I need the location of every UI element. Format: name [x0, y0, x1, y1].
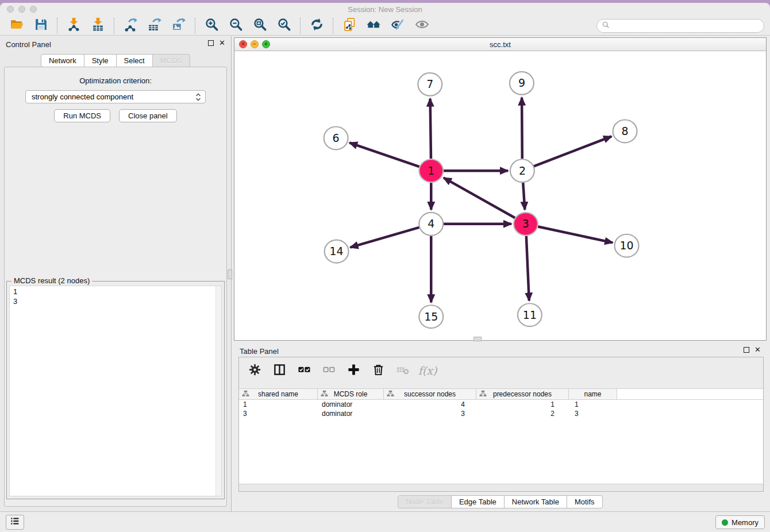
run-mcds-button[interactable]: Run MCDS	[54, 109, 110, 122]
check-all-button[interactable]	[297, 363, 311, 378]
eye-button[interactable]	[413, 17, 430, 34]
split-columns-icon	[273, 363, 286, 379]
close-window-button[interactable]	[7, 6, 14, 13]
node-3[interactable]: 3	[514, 213, 538, 236]
table-tab-motifs[interactable]: Motifs	[567, 495, 603, 508]
zoom-check-button[interactable]	[275, 17, 292, 34]
tab-select[interactable]: Select	[116, 54, 153, 67]
task-history-button[interactable]	[6, 515, 24, 530]
column-header-shared-name[interactable]: shared name	[239, 389, 318, 400]
table-row[interactable]: 1dominator411	[239, 400, 763, 409]
column-header-mcds-role[interactable]: MCDS role	[318, 389, 384, 400]
window-controls[interactable]	[7, 6, 37, 13]
floppy-save-button[interactable]	[32, 17, 49, 34]
edge-3-11[interactable]	[526, 236, 529, 301]
refresh-button[interactable]	[308, 17, 325, 34]
copy-network-button[interactable]	[341, 17, 358, 34]
zoom-out-button[interactable]	[227, 17, 244, 34]
search-box[interactable]	[596, 19, 764, 33]
network-close-button[interactable]: ✕	[239, 40, 247, 48]
plus-button[interactable]	[346, 363, 361, 378]
tab-mcds[interactable]: MCDS	[152, 54, 190, 67]
result-scrollbar[interactable]	[215, 286, 221, 496]
edge-1-6[interactable]	[349, 142, 419, 167]
tab-network[interactable]: Network	[41, 54, 84, 67]
search-input[interactable]	[613, 22, 759, 30]
network-canvas[interactable]: 7968124314101511	[234, 51, 766, 340]
uncheck-all-button[interactable]	[321, 363, 336, 378]
close-panel-icon[interactable]: ✕	[219, 40, 225, 47]
folder-open-button[interactable]	[8, 17, 25, 34]
node-8[interactable]: 8	[613, 120, 637, 143]
edge-2-9[interactable]	[522, 98, 522, 159]
tree-icon	[321, 390, 328, 399]
svg-text:7: 7	[426, 78, 433, 90]
column-header-name[interactable]: name	[569, 389, 617, 400]
window-title: Session: New Session	[348, 5, 422, 14]
table-panel-title: Table Panel	[240, 347, 279, 356]
node-1[interactable]: 1	[419, 159, 443, 182]
criterion-dropdown[interactable]: strongly connected component	[25, 90, 206, 103]
column-header-predecessor-nodes[interactable]: predecessor nodes	[476, 389, 569, 400]
table-cell: dominator	[318, 409, 384, 418]
mcds-result-area[interactable]: 13	[9, 286, 222, 496]
node-9[interactable]: 9	[510, 72, 534, 95]
control-panel-tabs: NetworkStyleSelectMCDS	[0, 54, 231, 67]
node-15[interactable]: 15	[419, 305, 443, 328]
network-view-window: ✕ − + scc.txt 7968124314101511	[234, 37, 767, 341]
gear-button[interactable]	[247, 363, 262, 378]
zoom-fit-button[interactable]	[251, 17, 268, 34]
edge-3-1[interactable]	[444, 178, 515, 218]
edge-2-3[interactable]	[523, 183, 525, 210]
toolbar-separator	[195, 18, 195, 34]
edge-1-7[interactable]	[430, 99, 431, 159]
import-network-button[interactable]	[65, 17, 82, 34]
edge-2-8[interactable]	[533, 136, 611, 166]
table-cell: 3	[384, 409, 476, 418]
export-image-icon	[172, 17, 186, 34]
svg-text:4: 4	[428, 217, 434, 230]
table-tab-network-table[interactable]: Network Table	[504, 495, 567, 508]
minimize-window-button[interactable]	[18, 6, 25, 13]
node-14[interactable]: 14	[325, 240, 349, 263]
edge-4-14[interactable]	[351, 228, 420, 248]
memory-button[interactable]: Memory	[715, 515, 765, 529]
network-minimize-button[interactable]: −	[251, 40, 259, 48]
tab-style[interactable]: Style	[84, 54, 117, 67]
edge-3-10[interactable]	[537, 226, 613, 242]
mcds-result-lines: 13	[13, 287, 218, 306]
float-panel-icon[interactable]	[208, 40, 214, 46]
import-table-button[interactable]	[89, 17, 106, 34]
export-table-button[interactable]	[146, 17, 163, 34]
network-maximize-button[interactable]: +	[262, 40, 270, 48]
eye-slash-button[interactable]	[389, 17, 406, 34]
close-table-panel-icon[interactable]: ✕	[754, 346, 761, 353]
float-table-panel-icon[interactable]	[744, 347, 749, 353]
table-tab-edge-table[interactable]: Edge Table	[451, 495, 505, 508]
maximize-window-button[interactable]	[30, 6, 37, 13]
status-bar: Memory	[0, 511, 770, 532]
node-10[interactable]: 10	[615, 234, 639, 257]
export-image-button[interactable]	[170, 17, 187, 34]
node-2[interactable]: 2	[510, 159, 534, 182]
node-7[interactable]: 7	[418, 73, 442, 96]
close-panel-button[interactable]: Close panel	[119, 109, 177, 122]
zoom-in-button[interactable]	[203, 17, 220, 34]
table-hscrollbar[interactable]	[239, 484, 763, 491]
network-window-titlebar[interactable]: ✕ − + scc.txt	[234, 38, 766, 51]
svg-text:8: 8	[621, 125, 628, 137]
horizontal-splitter-handle[interactable]	[473, 337, 482, 341]
node-6[interactable]: 6	[324, 126, 348, 149]
column-header-successor-nodes[interactable]: successor nodes	[384, 389, 476, 400]
trash-button[interactable]	[371, 363, 386, 378]
table-delete-button	[395, 363, 410, 378]
table-tab-node-table[interactable]: Node Table	[398, 495, 452, 508]
vertical-splitter-handle[interactable]	[228, 269, 232, 279]
export-network-button[interactable]	[122, 17, 139, 34]
node-11[interactable]: 11	[518, 303, 542, 326]
tree-icon	[479, 390, 487, 399]
split-columns-button[interactable]	[272, 363, 287, 378]
houses-button[interactable]	[365, 17, 382, 34]
table-row[interactable]: 3dominator323	[239, 409, 763, 418]
node-4[interactable]: 4	[419, 213, 443, 236]
